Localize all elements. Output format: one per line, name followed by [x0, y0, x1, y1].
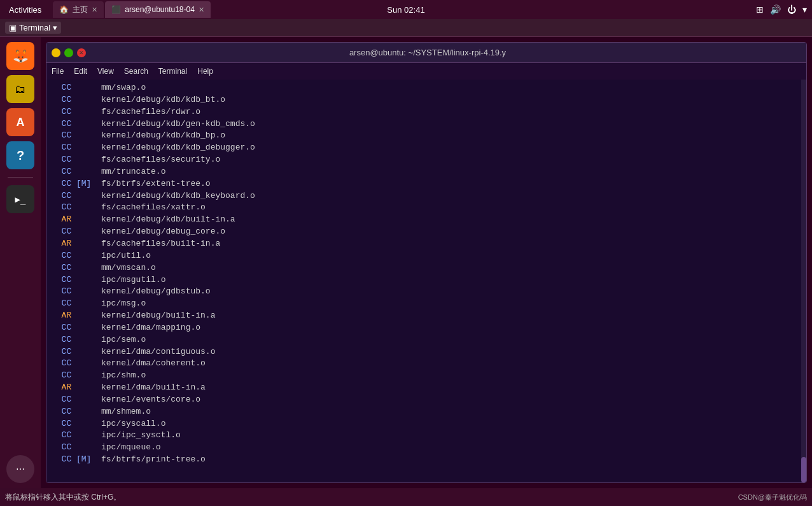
terminal-window: ✕ arsen@ubuntu: ~/SYSTEM/linux-rpi-4.19.… — [46, 42, 807, 483]
taskbar-chevron-icon: ▾ — [53, 23, 57, 32]
menu-edit[interactable]: Edit — [74, 67, 87, 76]
menu-view[interactable]: View — [97, 67, 114, 76]
tab-home-label: 主页 — [73, 4, 88, 15]
terminal-menubar: File Edit View Search Terminal Help — [46, 63, 806, 80]
store-icon: A — [17, 116, 25, 129]
topbar-clock: Sun 02:41 — [387, 5, 424, 15]
table-row: CC kernel/debug/kdb/kdb_bp.o — [52, 130, 801, 142]
table-row: CC ipc/shm.o — [52, 370, 801, 382]
taskbar: ▣ Terminal ▾ — [0, 19, 812, 37]
status-hint: 将鼠标指针移入其中或按 Ctrl+G。 — [5, 492, 121, 503]
apps-grid-icon: ⋯ — [16, 464, 25, 474]
table-row: CC ipc/msg.o — [52, 298, 801, 310]
menu-help[interactable]: Help — [197, 67, 213, 76]
table-row: CC kernel/dma/coherent.o — [52, 358, 801, 370]
topbar-left: Activities 🏠 主页 ✕ ⬛ arsen@ubuntu18-04 ✕ — [5, 1, 211, 18]
table-row: CC fs/cachefiles/rdwr.o — [52, 106, 801, 118]
table-row: CC kernel/debug/debug_core.o — [52, 226, 801, 238]
scrollbar-thumb[interactable] — [801, 457, 806, 482]
terminal-container: ✕ arsen@ubuntu: ~/SYSTEM/linux-rpi-4.19.… — [41, 37, 812, 488]
sidebar-item-help[interactable]: ? — [6, 141, 34, 169]
system-chevron-icon[interactable]: ▾ — [802, 4, 807, 15]
terminal-tab-icon: ⬛ — [111, 5, 121, 14]
bottom-bar: 将鼠标指针移入其中或按 Ctrl+G。 CSDN@秦子魁优化码 — [0, 488, 812, 506]
table-row: CC kernel/debug/kdb/kdb_debugger.o — [52, 142, 801, 154]
table-row: CC fs/cachefiles/security.o — [52, 154, 801, 166]
files-icon: 🗂 — [15, 83, 26, 96]
sidebar: 🦊 🗂 A ? ▶_ ⋯ — [0, 37, 41, 488]
brand-text: CSDN@秦子魁优化码 — [738, 493, 807, 502]
table-row: CC kernel/dma/contiguous.o — [52, 346, 801, 358]
table-row: CC kernel/dma/mapping.o — [52, 322, 801, 334]
tab-home-close[interactable]: ✕ — [92, 6, 97, 14]
tab-terminal-label: arsen@ubuntu18-04 — [125, 5, 195, 14]
network-icon[interactable]: ⊞ — [756, 4, 764, 15]
table-row: CC kernel/debug/gdbstub.o — [52, 286, 801, 298]
sidebar-item-firefox[interactable]: 🦊 — [6, 42, 34, 70]
table-row: CC ipc/mqueue.o — [52, 442, 801, 454]
help-icon: ? — [17, 148, 24, 163]
activities-button[interactable]: Activities — [5, 4, 45, 16]
table-row: CC ipc/msgutil.o — [52, 274, 801, 286]
table-row: CC mm/vmscan.o — [52, 262, 801, 274]
table-row: AR fs/cachefiles/built-in.a — [52, 238, 801, 250]
tab-terminal[interactable]: ⬛ arsen@ubuntu18-04 ✕ — [105, 1, 211, 18]
home-icon: 🏠 — [59, 5, 69, 14]
table-row: CC [M] fs/btrfs/print-tree.o — [52, 454, 801, 466]
table-row: CC kernel/debug/kdb/gen-kdb_cmds.o — [52, 118, 801, 130]
table-row: CC mm/shmem.o — [52, 406, 801, 418]
terminal-scrollbar[interactable] — [801, 80, 806, 482]
firefox-icon: 🦊 — [13, 48, 29, 64]
sidebar-apps-button[interactable]: ⋯ — [6, 455, 34, 483]
sidebar-item-store[interactable]: A — [6, 108, 34, 136]
table-row: CC mm/swap.o — [52, 82, 801, 94]
menu-terminal[interactable]: Terminal — [158, 67, 187, 76]
table-row: CC mm/truncate.o — [52, 166, 801, 178]
table-row: CC ipc/sem.o — [52, 334, 801, 346]
table-row: AR kernel/dma/built-in.a — [52, 382, 801, 394]
top-bar: Activities 🏠 主页 ✕ ⬛ arsen@ubuntu18-04 ✕ … — [0, 0, 812, 19]
sidebar-divider — [8, 177, 33, 178]
sidebar-item-terminal[interactable]: ▶_ — [6, 185, 34, 213]
table-row: CC kernel/events/core.o — [52, 394, 801, 406]
table-row: CC ipc/syscall.o — [52, 418, 801, 430]
table-row: CC ipc/ipc_sysctl.o — [52, 430, 801, 442]
topbar-tabs: 🏠 主页 ✕ ⬛ arsen@ubuntu18-04 ✕ — [53, 1, 211, 18]
maximize-button[interactable] — [64, 48, 73, 57]
taskbar-app-button[interactable]: ▣ Terminal ▾ — [5, 22, 61, 34]
terminal-lines: CC mm/swap.o CC kernel/debug/kdb/kdb_bt.… — [52, 82, 801, 466]
topbar-right: ⊞ 🔊 ⏻ ▾ — [756, 4, 807, 15]
table-row: CC ipc/util.o — [52, 250, 801, 262]
table-row: CC kernel/debug/kdb/kdb_keyboard.o — [52, 190, 801, 202]
taskbar-app-label: Terminal — [19, 23, 50, 32]
sidebar-item-files[interactable]: 🗂 — [6, 75, 34, 103]
close-button[interactable]: ✕ — [77, 48, 86, 57]
tab-home[interactable]: 🏠 主页 ✕ — [53, 1, 104, 18]
table-row: CC kernel/debug/kdb/kdb_bt.o — [52, 94, 801, 106]
terminal-sidebar-icon: ▶_ — [15, 194, 26, 204]
menu-file[interactable]: File — [52, 67, 64, 76]
terminal-titlebar: ✕ arsen@ubuntu: ~/SYSTEM/linux-rpi-4.19.… — [46, 43, 806, 63]
table-row: AR kernel/debug/built-in.a — [52, 310, 801, 322]
tab-terminal-close[interactable]: ✕ — [199, 6, 204, 14]
power-icon[interactable]: ⏻ — [787, 4, 796, 15]
table-row: CC fs/cachefiles/xattr.o — [52, 202, 801, 214]
terminal-title-text: arsen@ubuntu: ~/SYSTEM/linux-rpi-4.19.y — [86, 48, 769, 57]
table-row: AR kernel/debug/kdb/built-in.a — [52, 214, 801, 226]
volume-icon[interactable]: 🔊 — [770, 4, 781, 15]
main-layout: 🦊 🗂 A ? ▶_ ⋯ ✕ arsen — [0, 37, 812, 488]
menu-search[interactable]: Search — [124, 67, 148, 76]
taskbar-app-icon: ▣ — [9, 23, 17, 32]
table-row: CC [M] fs/btrfs/extent-tree.o — [52, 178, 801, 190]
minimize-button[interactable] — [52, 48, 60, 57]
terminal-output[interactable]: CC mm/swap.o CC kernel/debug/kdb/kdb_bt.… — [46, 80, 806, 482]
